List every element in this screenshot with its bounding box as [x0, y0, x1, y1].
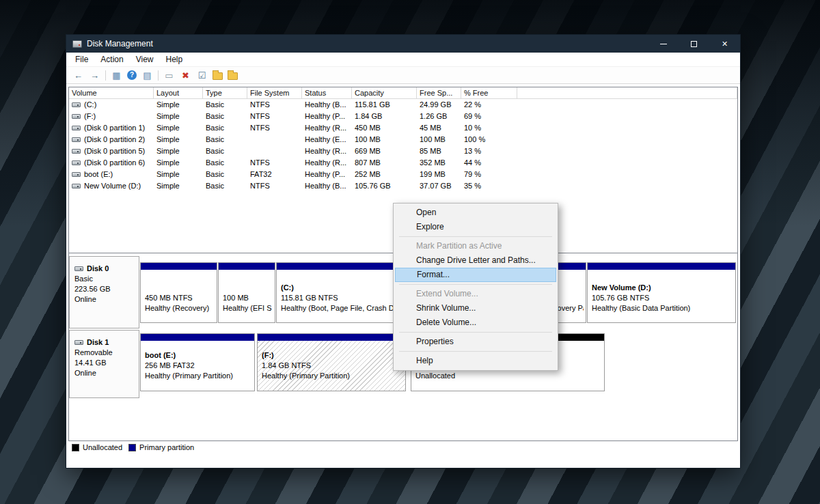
column-header-layout[interactable]: Layout	[154, 87, 203, 99]
volume-cell	[517, 157, 737, 169]
menu-help[interactable]: Help	[160, 53, 189, 66]
column-header-status[interactable]: Status	[302, 87, 352, 99]
partition-text: boot (E:)256 MB FAT32Healthy (Primary Pa…	[141, 341, 254, 391]
context-menu-separator	[399, 284, 552, 285]
volume-cell: Healthy (R...	[302, 157, 352, 169]
volume-cell: 100 %	[461, 134, 517, 145]
volume-row-f[interactable]: (F:)SimpleBasicNTFSHealthy (P...1.84 GB1…	[69, 111, 737, 122]
volume-list: (C:)SimpleBasicNTFSHealthy (B...115.81 G…	[69, 99, 737, 192]
volume-cell	[247, 134, 302, 145]
partition-f[interactable]: (F:)1.84 GB NTFSHealthy (Primary Partiti…	[257, 333, 406, 391]
action-pane-icon[interactable]: ▭	[163, 70, 175, 81]
volume-cell: Simple	[154, 111, 203, 122]
volume-name-cell: (F:)	[69, 111, 154, 122]
close-button[interactable]: ✕	[709, 35, 740, 53]
context-item-properties[interactable]: Properties	[394, 335, 558, 349]
volume-cell: Simple	[154, 122, 203, 134]
window-title: Disk Management	[87, 39, 153, 48]
context-item-open[interactable]: Open	[394, 206, 558, 220]
volume-row-c[interactable]: (C:)SimpleBasicNTFSHealthy (B...115.81 G…	[69, 99, 737, 111]
console-tree-icon[interactable]: ▦	[111, 70, 122, 81]
legend: UnallocatedPrimary partition	[72, 443, 194, 451]
disk-panel-disk-0[interactable]: Disk 0Basic223.56 GBOnline	[69, 256, 139, 328]
volume-cell: Basic	[203, 111, 247, 122]
column-header-type[interactable]: Type	[203, 87, 247, 99]
volume-cell: Basic	[203, 134, 247, 145]
menu-view[interactable]: View	[130, 53, 160, 66]
column-header-volume[interactable]: Volume	[69, 87, 154, 99]
volume-icon	[72, 137, 81, 142]
volume-cell: Basic	[203, 157, 247, 169]
column-header-free-sp[interactable]: Free Sp...	[417, 87, 461, 99]
volume-cell: Healthy (R...	[302, 122, 352, 134]
partition-text: 100 MBHealthy (EFI S	[219, 270, 275, 322]
volume-row-disk-0-partition-5[interactable]: (Disk 0 partition 5)SimpleBasicHealthy (…	[69, 145, 737, 157]
volume-name-cell: (Disk 0 partition 1)	[69, 122, 154, 134]
partition-450-mb-ntfs[interactable]: 450 MB NTFSHealthy (Recovery)	[140, 262, 217, 323]
delete-icon[interactable]: ✖	[180, 70, 191, 81]
partition-boot-e[interactable]: boot (E:)256 MB FAT32Healthy (Primary Pa…	[140, 333, 255, 391]
partition-title: (F:)	[262, 350, 403, 361]
menu-action[interactable]: Action	[94, 53, 129, 66]
legend-swatch	[128, 444, 136, 451]
volume-name-cell: (Disk 0 partition 2)	[69, 134, 154, 145]
volume-row-disk-0-partition-2[interactable]: (Disk 0 partition 2)SimpleBasicHealthy (…	[69, 134, 737, 145]
disk-info-line: Online	[74, 294, 137, 305]
toolbar-separator	[105, 70, 106, 81]
menu-file[interactable]: File	[69, 53, 94, 66]
partition-line: 450 MB NTFS	[145, 293, 215, 303]
volume-cell	[517, 99, 737, 111]
volume-row-boot-e[interactable]: boot (E:)SimpleBasicFAT32Healthy (P...25…	[69, 169, 737, 180]
minimize-button[interactable]	[648, 35, 679, 53]
context-menu-separator	[399, 332, 552, 333]
volume-cell: 199 MB	[417, 169, 461, 180]
disk-panel-disk-1[interactable]: Disk 1Removable14.41 GBOnline	[69, 330, 139, 398]
legend-item-primary-partition: Primary partition	[128, 443, 194, 451]
volume-name-cell: (Disk 0 partition 6)	[69, 157, 154, 169]
volume-name-cell: New Volume (D:)	[69, 180, 154, 192]
title-bar[interactable]: Disk Management ✕	[66, 35, 740, 53]
volume-cell: Simple	[154, 145, 203, 157]
back-icon[interactable]: ←	[72, 70, 84, 81]
column-header-capacity[interactable]: Capacity	[352, 87, 417, 99]
volume-cell	[517, 145, 737, 157]
column-header-file-system[interactable]: File System	[247, 87, 302, 99]
list-view-icon[interactable]: ▤	[141, 70, 153, 81]
volume-cell	[517, 180, 737, 192]
context-item-format[interactable]: Format...	[395, 268, 556, 282]
context-item-shrink-volume[interactable]: Shrink Volume...	[394, 301, 558, 316]
partition-100-mb[interactable]: 100 MBHealthy (EFI S	[218, 262, 275, 323]
new-folder-icon[interactable]	[213, 72, 223, 80]
volume-cell: Healthy (B...	[302, 180, 352, 192]
disk-icon	[74, 340, 83, 345]
volume-row-disk-0-partition-6[interactable]: (Disk 0 partition 6)SimpleBasicNTFSHealt…	[69, 157, 737, 169]
partition-title: New Volume (D:)	[592, 283, 733, 293]
volume-label: (Disk 0 partition 2)	[84, 134, 145, 145]
context-item-change-drive-letter-and-paths[interactable]: Change Drive Letter and Paths...	[394, 253, 558, 268]
context-item-explore[interactable]: Explore	[394, 220, 558, 234]
forward-icon[interactable]: →	[89, 70, 100, 81]
context-item-delete-volume[interactable]: Delete Volume...	[394, 316, 558, 330]
partition-band	[141, 334, 254, 341]
check-doc-icon[interactable]: ☑	[196, 70, 208, 81]
partition-text: 450 MB NTFSHealthy (Recovery)	[141, 270, 217, 322]
partition-line: 1.84 GB NTFS	[262, 361, 403, 371]
partition-new-volume-d[interactable]: New Volume (D:)105.76 GB NTFSHealthy (Ba…	[587, 262, 736, 323]
context-menu: OpenExploreMark Partition as ActiveChang…	[393, 203, 558, 371]
volume-row-new-volume-d[interactable]: New Volume (D:)SimpleBasicNTFSHealthy (B…	[69, 180, 737, 192]
volume-label: boot (E:)	[84, 169, 113, 180]
disk-management-icon	[72, 40, 82, 48]
context-item-help[interactable]: Help	[394, 354, 558, 368]
partition-line: Healthy (Primary Partition)	[262, 371, 403, 381]
disk-name: Disk 0	[74, 264, 137, 272]
column-header-free[interactable]: % Free	[461, 87, 517, 99]
partition-line: 100 MB	[223, 293, 273, 303]
maximize-button[interactable]	[679, 35, 709, 53]
volume-cell: Simple	[154, 134, 203, 145]
help-icon[interactable]: ?	[127, 70, 137, 80]
legend-item-unallocated: Unallocated	[72, 443, 122, 451]
volume-row-disk-0-partition-1[interactable]: (Disk 0 partition 1)SimpleBasicNTFSHealt…	[69, 122, 737, 134]
volume-cell: Healthy (P...	[302, 111, 352, 122]
volume-cell: 352 MB	[417, 157, 461, 169]
open-folder-icon[interactable]	[228, 72, 238, 80]
